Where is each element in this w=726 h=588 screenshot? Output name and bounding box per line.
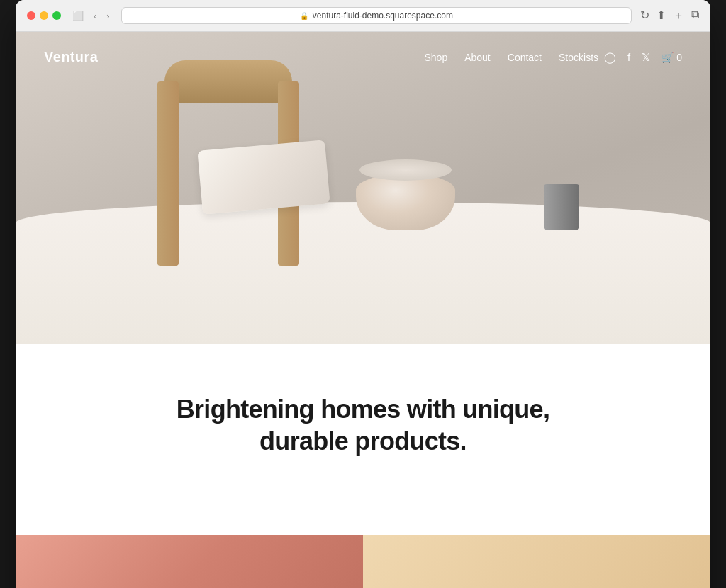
browser-actions: ↻ ⬆ ＋ ⧉ <box>640 9 699 23</box>
product-thumbnail-1 <box>16 535 363 588</box>
tabs-button[interactable]: ⧉ <box>691 9 699 23</box>
sidebar-toggle-icon[interactable]: ⬜ <box>69 9 86 23</box>
facebook-icon[interactable]: f <box>627 51 630 63</box>
nav-contact[interactable]: Contact <box>508 52 542 63</box>
nav-about[interactable]: About <box>464 52 491 63</box>
cart-count: 0 <box>676 52 682 63</box>
nav-stockists[interactable]: Stockists <box>559 52 598 63</box>
website-content: Ventura Shop About Contact Stockists ◯ f… <box>16 32 710 588</box>
nav-social-icons: ◯ f 𝕏 🛒 0 <box>604 51 682 64</box>
site-logo[interactable]: Ventura <box>44 49 98 65</box>
url-text: ventura-fluid-demo.squarespace.com <box>313 11 453 21</box>
tagline-line2: durable products. <box>259 426 467 456</box>
share-button[interactable]: ⬆ <box>657 9 666 23</box>
maximize-button[interactable] <box>52 11 61 20</box>
product-item-2[interactable] <box>363 535 710 588</box>
cart-icon[interactable]: 🛒 0 <box>661 52 682 63</box>
nav-links: Shop About Contact Stockists <box>424 52 598 63</box>
product-item-1[interactable] <box>16 535 363 588</box>
product-preview-strip <box>16 535 710 588</box>
product-thumbnail-2 <box>363 535 710 588</box>
back-button[interactable]: ‹ <box>91 9 99 23</box>
chair-left-leg <box>157 81 179 266</box>
address-bar[interactable]: 🔒 ventura-fluid-demo.squarespace.com <box>121 7 632 24</box>
tagline: Brightening homes with unique, durable p… <box>150 393 576 457</box>
tagline-section: Brightening homes with unique, durable p… <box>16 344 710 535</box>
tagline-line1: Brightening homes with unique, <box>177 395 549 424</box>
browser-window: ⬜ ‹ › 🔒 ventura-fluid-demo.squarespace.c… <box>16 0 710 588</box>
ceramic-bowl <box>356 159 455 230</box>
browser-controls: ⬜ ‹ › <box>69 9 113 23</box>
browser-chrome: ⬜ ‹ › 🔒 ventura-fluid-demo.squarespace.c… <box>16 0 710 32</box>
nav-right: Shop About Contact Stockists ◯ f 𝕏 🛒 0 <box>424 51 682 64</box>
cup-body <box>544 184 579 230</box>
close-button[interactable] <box>27 11 35 20</box>
nav-shop[interactable]: Shop <box>424 52 447 63</box>
cart-bag-icon: 🛒 <box>661 52 674 63</box>
lock-icon: 🔒 <box>300 12 308 20</box>
reload-button[interactable]: ↻ <box>640 9 649 23</box>
traffic-lights <box>27 11 61 20</box>
cloth-item <box>197 140 330 214</box>
minimize-button[interactable] <box>40 11 48 20</box>
new-tab-button[interactable]: ＋ <box>673 9 684 23</box>
instagram-icon[interactable]: ◯ <box>604 51 616 64</box>
ceramic-cup <box>540 174 583 230</box>
twitter-icon[interactable]: 𝕏 <box>642 51 650 64</box>
bowl-rim <box>359 159 452 181</box>
bowl-body <box>356 174 455 230</box>
main-nav: Ventura Shop About Contact Stockists ◯ f… <box>16 32 710 82</box>
hero-section: Ventura Shop About Contact Stockists ◯ f… <box>16 32 710 344</box>
forward-button[interactable]: › <box>104 9 112 23</box>
